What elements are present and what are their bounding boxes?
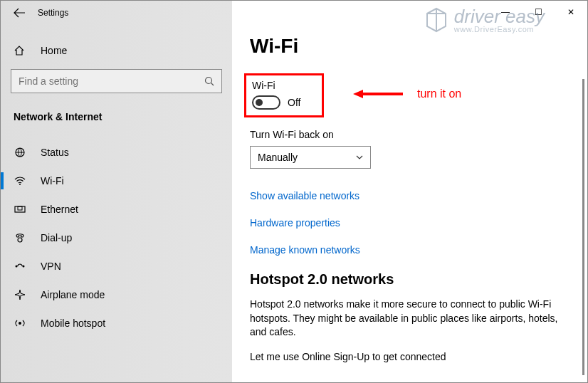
links-section: Show available networks Hardware propert…	[250, 190, 587, 256]
turnback-label: Turn Wi-Fi back on	[250, 129, 587, 140]
toggle-state-label: Off	[288, 97, 300, 108]
nav-list: Status Wi-Fi Ethernet Dial-up	[1, 138, 232, 337]
wifi-toggle-label: Wi-Fi	[252, 80, 300, 91]
ethernet-icon	[14, 204, 26, 215]
svg-line-1	[211, 83, 214, 86]
back-button[interactable]	[14, 8, 25, 18]
page-title: Wi-Fi	[250, 35, 587, 58]
svg-point-9	[19, 322, 21, 325]
annotation-highlight-box: Wi-Fi Off	[244, 73, 324, 117]
minimize-button[interactable]: —	[489, 2, 522, 22]
section-label: Network & Internet	[1, 100, 232, 132]
svg-point-0	[206, 78, 212, 84]
svg-marker-11	[353, 90, 363, 98]
search-input[interactable]	[19, 75, 185, 87]
svg-point-6	[18, 238, 22, 242]
window-controls: — ☐ ✕	[489, 2, 587, 22]
settings-window: Settings Home Network & Internet Stat	[1, 1, 587, 382]
sidebar: Settings Home Network & Internet Stat	[1, 1, 232, 382]
sidebar-item-label: Wi-Fi	[41, 175, 64, 187]
sidebar-item-label: Dial-up	[41, 232, 72, 243]
link-available-networks[interactable]: Show available networks	[250, 190, 587, 201]
search-box[interactable]	[11, 69, 222, 93]
vpn-icon	[14, 261, 26, 272]
window-title: Settings	[38, 8, 68, 18]
status-icon	[14, 147, 26, 158]
main-content: — ☐ ✕ Wi-Fi Wi-Fi Off Turn Wi-Fi back on…	[232, 1, 587, 382]
sidebar-item-vpn[interactable]: VPN	[1, 252, 232, 280]
hotspot-icon	[14, 318, 26, 329]
turnback-dropdown[interactable]: Manually	[250, 146, 371, 169]
chevron-down-icon	[356, 155, 363, 159]
wifi-icon	[14, 175, 26, 187]
scrollbar[interactable]	[582, 79, 584, 375]
dialup-icon	[14, 232, 26, 243]
sidebar-item-ethernet[interactable]: Ethernet	[1, 195, 232, 224]
sidebar-item-label: Status	[41, 147, 69, 158]
search-icon	[204, 76, 214, 86]
dropdown-value: Manually	[258, 152, 298, 163]
sidebar-item-dialup[interactable]: Dial-up	[1, 224, 232, 252]
svg-rect-5	[18, 206, 22, 210]
annotation-arrow: turn it on	[353, 88, 461, 100]
sidebar-item-wifi[interactable]: Wi-Fi	[1, 167, 232, 195]
arrow-icon	[353, 88, 403, 100]
svg-point-8	[23, 266, 25, 268]
sidebar-item-label: VPN	[41, 261, 61, 272]
svg-point-7	[16, 266, 18, 268]
sidebar-item-hotspot[interactable]: Mobile hotspot	[1, 309, 232, 337]
close-button[interactable]: ✕	[555, 2, 587, 22]
annotation-text: turn it on	[417, 88, 461, 100]
sidebar-item-airplane[interactable]: Airplane mode	[1, 280, 232, 309]
cutoff-text: Let me use Online Sign-Up to get connect…	[250, 351, 587, 362]
home-nav[interactable]: Home	[1, 38, 232, 63]
svg-rect-4	[15, 206, 25, 212]
link-hardware-properties[interactable]: Hardware properties	[250, 217, 587, 229]
toggle-knob	[256, 99, 263, 106]
svg-point-3	[19, 184, 21, 185]
hotspot-title: Hotspot 2.0 networks	[250, 271, 587, 288]
maximize-button[interactable]: ☐	[522, 2, 555, 22]
sidebar-item-label: Airplane mode	[41, 289, 105, 300]
home-icon	[14, 45, 26, 56]
sidebar-item-label: Ethernet	[41, 204, 78, 215]
titlebar-left: Settings	[1, 5, 232, 25]
hotspot-description: Hotspot 2.0 networks make it more secure…	[250, 298, 563, 340]
airplane-icon	[14, 289, 26, 300]
sidebar-item-status[interactable]: Status	[1, 138, 232, 167]
wifi-toggle[interactable]	[252, 95, 280, 110]
sidebar-item-label: Mobile hotspot	[41, 318, 105, 329]
home-label: Home	[41, 45, 67, 56]
link-known-networks[interactable]: Manage known networks	[250, 244, 587, 256]
